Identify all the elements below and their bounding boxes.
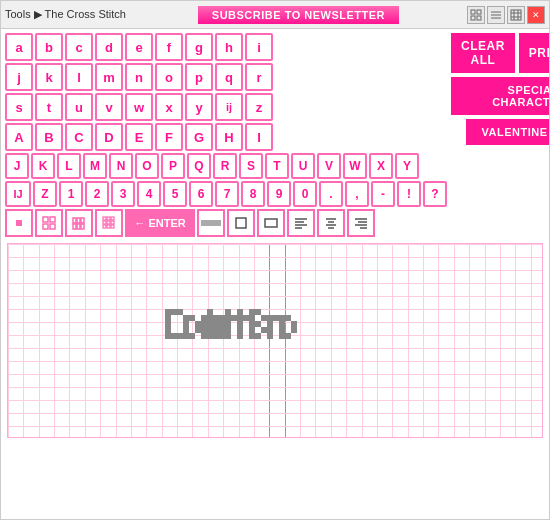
- key-D[interactable]: D: [95, 123, 123, 151]
- key-h[interactable]: h: [215, 33, 243, 61]
- clear-all-button[interactable]: CLEAR ALL: [451, 33, 515, 73]
- key-M[interactable]: M: [83, 153, 107, 179]
- key-H[interactable]: H: [215, 123, 243, 151]
- key-X[interactable]: X: [369, 153, 393, 179]
- svg-rect-66: [207, 315, 213, 321]
- enter-button[interactable]: ← ENTER: [125, 209, 195, 237]
- key-g[interactable]: g: [185, 33, 213, 61]
- svg-rect-12: [16, 220, 22, 226]
- key-p[interactable]: p: [185, 63, 213, 91]
- key-j[interactable]: j: [5, 63, 33, 91]
- align-right-icon[interactable]: [347, 209, 375, 237]
- key-Y[interactable]: Y: [395, 153, 419, 179]
- key-A[interactable]: A: [5, 123, 33, 151]
- key-4[interactable]: 4: [137, 181, 161, 207]
- key-dash[interactable]: -: [371, 181, 395, 207]
- key-Z[interactable]: Z: [33, 181, 57, 207]
- key-0[interactable]: 0: [293, 181, 317, 207]
- key-1[interactable]: 1: [59, 181, 83, 207]
- key-F[interactable]: F: [155, 123, 183, 151]
- grid-2x2-icon[interactable]: [35, 209, 63, 237]
- key-V[interactable]: V: [317, 153, 341, 179]
- key-b[interactable]: b: [35, 33, 63, 61]
- align-center-icon[interactable]: [317, 209, 345, 237]
- key-K[interactable]: K: [31, 153, 55, 179]
- grid1-icon[interactable]: [467, 6, 485, 24]
- grid-3x3-icon[interactable]: [95, 209, 123, 237]
- key-e[interactable]: e: [125, 33, 153, 61]
- svg-rect-80: [219, 333, 225, 339]
- key-question[interactable]: ?: [423, 181, 447, 207]
- key-f[interactable]: f: [155, 33, 183, 61]
- key-P[interactable]: P: [161, 153, 185, 179]
- key-comma[interactable]: ,: [345, 181, 369, 207]
- svg-rect-28: [111, 221, 114, 224]
- square-outline-icon[interactable]: [227, 209, 255, 237]
- key-Q[interactable]: Q: [187, 153, 211, 179]
- key-C[interactable]: C: [65, 123, 93, 151]
- key-s[interactable]: s: [5, 93, 33, 121]
- key-6[interactable]: 6: [189, 181, 213, 207]
- key-I[interactable]: I: [245, 123, 273, 151]
- align-left-icon[interactable]: [287, 209, 315, 237]
- svg-rect-81: [225, 309, 231, 315]
- key-period[interactable]: .: [319, 181, 343, 207]
- key-R[interactable]: R: [213, 153, 237, 179]
- key-E[interactable]: E: [125, 123, 153, 151]
- key-N[interactable]: N: [109, 153, 133, 179]
- key-r[interactable]: r: [245, 63, 273, 91]
- key-y[interactable]: y: [185, 93, 213, 121]
- key-l[interactable]: l: [65, 63, 93, 91]
- key-W[interactable]: W: [343, 153, 367, 179]
- svg-rect-109: [285, 315, 291, 321]
- grid2-icon[interactable]: [487, 6, 505, 24]
- key-x[interactable]: x: [155, 93, 183, 121]
- key-o[interactable]: o: [155, 63, 183, 91]
- svg-rect-32: [201, 220, 221, 226]
- key-m[interactable]: m: [95, 63, 123, 91]
- svg-rect-91: [237, 327, 243, 333]
- special-chars-button[interactable]: SPECIAL CHARACTERS: [451, 77, 550, 115]
- print-button[interactable]: PRINT: [519, 33, 550, 73]
- key-O[interactable]: O: [135, 153, 159, 179]
- key-B[interactable]: B: [35, 123, 63, 151]
- wide-rect-icon[interactable]: [197, 209, 225, 237]
- key-IJ[interactable]: IJ: [5, 181, 31, 207]
- rect-outline-icon[interactable]: [257, 209, 285, 237]
- key-a[interactable]: a: [5, 33, 33, 61]
- key-L[interactable]: L: [57, 153, 81, 179]
- key-c[interactable]: c: [65, 33, 93, 61]
- key-2[interactable]: 2: [85, 181, 109, 207]
- key-u[interactable]: u: [65, 93, 93, 121]
- key-G[interactable]: G: [185, 123, 213, 151]
- subscribe-button[interactable]: SUBSCRIBE TO NEWSLETTER: [198, 6, 399, 24]
- key-7[interactable]: 7: [215, 181, 239, 207]
- key-T[interactable]: T: [265, 153, 289, 179]
- key-q[interactable]: q: [215, 63, 243, 91]
- svg-rect-15: [43, 224, 48, 229]
- key-z[interactable]: z: [245, 93, 273, 121]
- key-U[interactable]: U: [291, 153, 315, 179]
- key-3[interactable]: 3: [111, 181, 135, 207]
- key-t[interactable]: t: [35, 93, 63, 121]
- key-S[interactable]: S: [239, 153, 263, 179]
- key-9[interactable]: 9: [267, 181, 291, 207]
- key-w[interactable]: w: [125, 93, 153, 121]
- key-5[interactable]: 5: [163, 181, 187, 207]
- valentine-hearts-button[interactable]: VALENTINE HEARTS: [466, 119, 550, 145]
- dot-icon[interactable]: [5, 209, 33, 237]
- key-v[interactable]: v: [95, 93, 123, 121]
- key-d[interactable]: d: [95, 33, 123, 61]
- grid-3x2-icon[interactable]: [65, 209, 93, 237]
- key-i[interactable]: i: [245, 33, 273, 61]
- key-exclaim[interactable]: !: [397, 181, 421, 207]
- close-icon[interactable]: ✕: [527, 6, 545, 24]
- svg-rect-26: [103, 221, 106, 224]
- key-k[interactable]: k: [35, 63, 63, 91]
- key-8[interactable]: 8: [241, 181, 265, 207]
- key-J[interactable]: J: [5, 153, 29, 179]
- svg-rect-107: [267, 333, 273, 339]
- key-ij[interactable]: ij: [215, 93, 243, 121]
- key-n[interactable]: n: [125, 63, 153, 91]
- grid3-icon[interactable]: [507, 6, 525, 24]
